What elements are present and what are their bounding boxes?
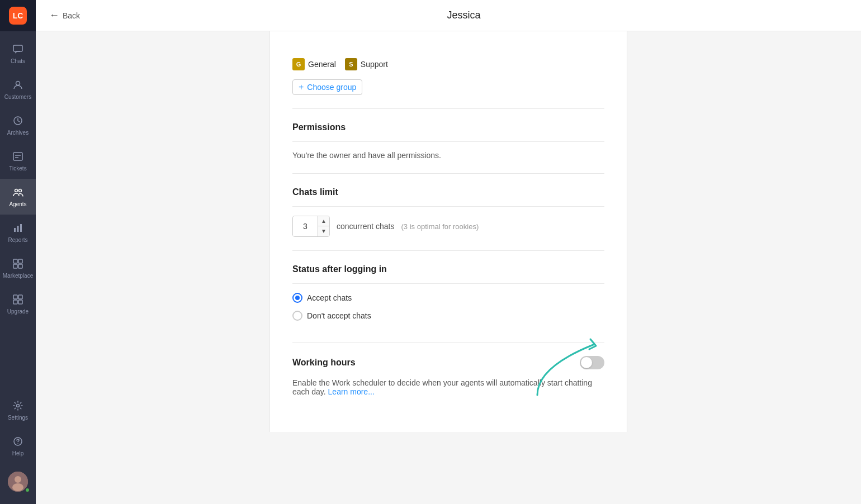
group-general: G General bbox=[292, 58, 336, 70]
permissions-description: You're the owner and have all permission… bbox=[292, 151, 604, 160]
chats-limit-input[interactable]: 3 bbox=[293, 216, 318, 236]
dont-accept-chats-label: Don't accept chats bbox=[307, 311, 371, 320]
help-label: Help bbox=[12, 451, 24, 457]
svg-point-6 bbox=[15, 189, 18, 192]
settings-label: Settings bbox=[8, 415, 28, 421]
svg-rect-9 bbox=[17, 226, 19, 232]
group-support: S Support bbox=[345, 58, 388, 70]
accept-chats-label: Accept chats bbox=[307, 293, 352, 302]
sidebar: LC Chats Customers bbox=[0, 0, 36, 504]
sidebar-item-customers[interactable]: Customers bbox=[0, 72, 36, 107]
reports-label: Reports bbox=[8, 237, 27, 243]
marketplace-icon bbox=[12, 258, 23, 271]
permissions-title: Permissions bbox=[292, 122, 604, 142]
content-panel: G General S Support + Choose group bbox=[269, 31, 627, 432]
svg-rect-8 bbox=[14, 228, 16, 232]
chats-limit-section: Chats limit 3 ▲ ▼ concurrent chats (3 is… bbox=[292, 174, 604, 251]
svg-point-1 bbox=[16, 81, 20, 85]
sidebar-item-upgrade[interactable]: Upgrade bbox=[0, 286, 36, 322]
content-area: G General S Support + Choose group bbox=[36, 31, 861, 432]
sidebar-item-agents[interactable]: Agents bbox=[0, 179, 36, 215]
chats-label: Chats bbox=[11, 59, 25, 64]
working-hours-title: Working hours bbox=[292, 358, 356, 368]
sidebar-item-chats[interactable]: Chats bbox=[0, 36, 36, 72]
back-arrow-icon: ← bbox=[49, 9, 59, 21]
back-button[interactable]: ← Back bbox=[49, 9, 80, 21]
stepper-down-button[interactable]: ▼ bbox=[318, 226, 329, 236]
chats-limit-row: 3 ▲ ▼ concurrent chats (3 is optimal for… bbox=[292, 216, 604, 237]
top-header: ← Back Jessica bbox=[36, 0, 861, 31]
working-hours-toggle[interactable] bbox=[580, 356, 604, 369]
groups-section: G General S Support + Choose group bbox=[292, 45, 604, 109]
working-hours-section: Working hours bbox=[292, 343, 604, 410]
groups-row: G General S Support bbox=[292, 58, 604, 70]
radio-dot bbox=[295, 296, 300, 300]
dont-accept-chats-radio[interactable] bbox=[292, 311, 302, 321]
content-wrapper: G General S Support + Choose group bbox=[36, 31, 861, 504]
page-title: Jessica bbox=[80, 9, 848, 21]
archives-icon bbox=[12, 115, 23, 128]
tickets-label: Tickets bbox=[9, 166, 26, 172]
status-section: Status after logging in Accept chats Don… bbox=[292, 251, 604, 343]
svg-rect-17 bbox=[13, 300, 17, 304]
main-content: ← Back Jessica G General S Support bbox=[36, 0, 861, 504]
svg-rect-11 bbox=[13, 259, 17, 263]
app-logo: LC bbox=[9, 7, 27, 25]
svg-rect-14 bbox=[18, 264, 22, 268]
sidebar-item-reports[interactable]: Reports bbox=[0, 215, 36, 250]
svg-point-21 bbox=[17, 443, 18, 444]
sidebar-nav: Chats Customers Archives bbox=[0, 31, 36, 392]
sidebar-bottom: Settings Help bbox=[0, 392, 36, 504]
svg-rect-3 bbox=[13, 153, 22, 160]
dont-accept-chats-option[interactable]: Don't accept chats bbox=[292, 311, 604, 321]
concurrent-label: concurrent chats bbox=[337, 222, 395, 231]
archives-label: Archives bbox=[7, 130, 29, 136]
group-general-name: General bbox=[308, 60, 336, 69]
stepper-up-button[interactable]: ▲ bbox=[318, 216, 329, 226]
customers-icon bbox=[12, 79, 23, 92]
group-support-name: Support bbox=[361, 60, 388, 69]
status-title: Status after logging in bbox=[292, 264, 604, 284]
sidebar-item-marketplace[interactable]: Marketplace bbox=[0, 250, 36, 286]
upgrade-label: Upgrade bbox=[7, 309, 29, 315]
sidebar-item-help[interactable]: Help bbox=[0, 428, 36, 464]
svg-rect-10 bbox=[20, 224, 22, 232]
working-hours-header-row: Working hours bbox=[292, 356, 604, 369]
svg-point-23 bbox=[15, 476, 21, 483]
svg-rect-13 bbox=[13, 264, 17, 268]
customers-label: Customers bbox=[4, 94, 31, 100]
sidebar-item-settings[interactable]: Settings bbox=[0, 392, 36, 428]
toggle-knob bbox=[581, 357, 592, 368]
svg-rect-12 bbox=[18, 259, 22, 263]
accept-chats-option[interactable]: Accept chats bbox=[292, 293, 604, 303]
group-general-letter: G bbox=[292, 58, 305, 70]
optimal-note: (3 is optimal for rookies) bbox=[401, 222, 479, 231]
group-support-letter: S bbox=[345, 58, 357, 70]
accept-chats-radio[interactable] bbox=[292, 293, 302, 303]
permissions-section: Permissions You're the owner and have al… bbox=[292, 109, 604, 174]
choose-group-label: Choose group bbox=[307, 83, 356, 92]
svg-point-24 bbox=[12, 483, 23, 491]
marketplace-label: Marketplace bbox=[3, 273, 33, 279]
plus-icon: + bbox=[299, 82, 304, 92]
online-status-dot bbox=[25, 487, 30, 493]
chats-limit-title: Chats limit bbox=[292, 187, 604, 207]
svg-point-19 bbox=[17, 404, 20, 407]
agents-label: Agents bbox=[9, 202, 26, 207]
svg-rect-16 bbox=[18, 295, 22, 299]
svg-rect-18 bbox=[18, 300, 22, 304]
choose-group-button[interactable]: + Choose group bbox=[292, 79, 362, 95]
upgrade-icon bbox=[12, 294, 23, 307]
svg-point-7 bbox=[19, 189, 22, 192]
agents-icon bbox=[12, 187, 23, 199]
sidebar-item-archives[interactable]: Archives bbox=[0, 107, 36, 143]
svg-rect-15 bbox=[13, 295, 17, 299]
settings-icon bbox=[12, 400, 23, 413]
chats-icon bbox=[12, 44, 23, 56]
svg-rect-0 bbox=[13, 45, 22, 51]
learn-more-link[interactable]: Learn more... bbox=[328, 387, 375, 396]
back-label: Back bbox=[63, 11, 80, 20]
stepper-buttons: ▲ ▼ bbox=[318, 216, 329, 236]
sidebar-item-tickets[interactable]: Tickets bbox=[0, 143, 36, 179]
user-avatar-container[interactable] bbox=[0, 464, 36, 500]
